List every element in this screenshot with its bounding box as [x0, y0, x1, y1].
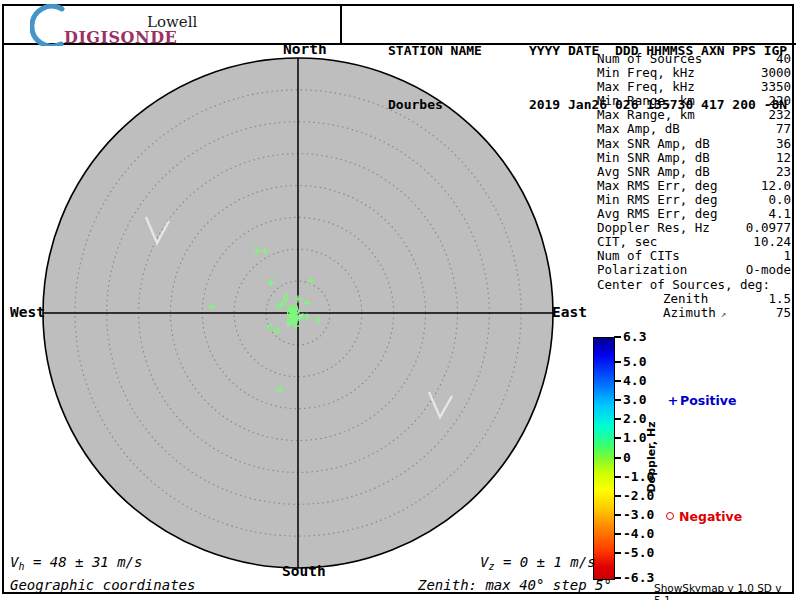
- stat-label: Max Range, km: [597, 108, 695, 122]
- colorbar-tick: [614, 437, 621, 439]
- colorbar-tick-label: 0: [623, 450, 631, 465]
- legend-negative-label: Negative: [679, 509, 742, 524]
- vz-value: = 0 ± 1 m/s: [494, 554, 595, 570]
- stat-value: 12.0: [761, 179, 791, 193]
- stat-row: Min Range, km220: [597, 94, 791, 108]
- stat-value: 12: [776, 151, 791, 165]
- plus-marker-icon: +: [666, 393, 680, 408]
- stat-label: CIT, sec: [597, 235, 657, 249]
- version-label: ShowSkymap v 1.0 SD v 5.1: [654, 582, 800, 600]
- stat-value: 0.0977: [746, 221, 791, 235]
- colorbar-tick: [614, 457, 621, 459]
- stat-value: 0.0: [768, 193, 791, 207]
- logo-divider: [340, 4, 342, 43]
- colorbar-tick-label: -3.0: [623, 507, 654, 522]
- stat-value: 3350: [761, 80, 791, 94]
- colorbar-tick: [614, 418, 621, 420]
- colorbar-tick-label: -1.0: [623, 469, 654, 484]
- stat-row: Doppler Res, Hz0.0977: [597, 221, 791, 235]
- stat-label: Max SNR Amp, dB: [597, 137, 710, 151]
- logo-text-digisonde: DIGISONDE: [64, 28, 177, 47]
- stat-value: 10.24: [753, 235, 791, 249]
- colorbar-tick: [614, 380, 621, 382]
- stat-row: Avg SNR Amp, dB23: [597, 165, 791, 179]
- colorbar-tick-label: 5.0: [623, 354, 646, 369]
- stat-value: 232: [768, 108, 791, 122]
- circle-marker-icon: [666, 512, 674, 520]
- stat-value: 40: [776, 52, 791, 66]
- stat-row: Min Freq, kHz3000: [597, 66, 791, 80]
- compass-north-label: North: [283, 41, 327, 57]
- vh-value: = 48 ± 31 m/s: [24, 554, 142, 570]
- stat-row: Azimuth↗75: [597, 306, 791, 321]
- colorbar-tick-label: 1.0: [623, 430, 646, 445]
- stat-value: 75: [776, 306, 791, 321]
- stat-value: 4.1: [768, 207, 791, 221]
- compass-west-label: West: [10, 304, 45, 320]
- stat-label: Avg SNR Amp, dB: [597, 165, 710, 179]
- stat-label: Center of Sources, deg:: [597, 278, 770, 292]
- azimuth-direction-icon: ↗: [721, 309, 726, 319]
- legend-positive-label: Positive: [680, 393, 736, 408]
- stat-label: Min Range, km: [597, 94, 695, 108]
- coordinate-system-label: Geographic coordinates: [10, 577, 195, 593]
- colorbar-tick-label: -5.0: [623, 545, 654, 560]
- colorbar-tick-label: -2.0: [623, 488, 654, 503]
- colorbar-tick: [614, 552, 621, 554]
- colorbar-tick-label: 4.0: [623, 373, 646, 388]
- stat-value: 36: [776, 137, 791, 151]
- stat-label: Azimuth↗: [663, 306, 726, 321]
- colorbar-tick: [614, 514, 621, 516]
- stats-panel: Num of Sources40Min Freq, kHz3000Max Fre…: [597, 52, 791, 321]
- stat-value: O-mode: [746, 263, 791, 277]
- stat-row: Avg RMS Err, deg4.1: [597, 207, 791, 221]
- stat-label: Min Freq, kHz: [597, 66, 695, 80]
- doppler-colorbar: [593, 337, 615, 580]
- stat-row: Num of Sources40: [597, 52, 791, 66]
- stat-value: 3000: [761, 66, 791, 80]
- stat-label: Max Freq, kHz: [597, 80, 695, 94]
- compass-east-label: East: [552, 304, 587, 320]
- stat-label: Num of CITs: [597, 249, 680, 263]
- stat-label: Polarization: [597, 263, 687, 277]
- colorbar-tick-label: -6.3: [623, 570, 654, 585]
- legend-negative: Negative: [666, 509, 742, 524]
- colorbar-tick: [614, 336, 621, 338]
- colorbar-tick-label: 6.3: [623, 329, 646, 344]
- stat-value: 23: [776, 165, 791, 179]
- stat-row: Zenith1.5: [597, 292, 791, 306]
- stat-row: Num of CITs1: [597, 249, 791, 263]
- stat-label: Zenith: [663, 292, 708, 306]
- stat-row: Max SNR Amp, dB36: [597, 137, 791, 151]
- colorbar-tick: [614, 399, 621, 401]
- stat-row: Min RMS Err, deg0.0: [597, 193, 791, 207]
- stat-row: Max Freq, kHz3350: [597, 80, 791, 94]
- colorbar-tick-label: 3.0: [623, 392, 646, 407]
- stat-row: Min SNR Amp, dB12: [597, 151, 791, 165]
- stat-row: Max RMS Err, deg12.0: [597, 179, 791, 193]
- stat-value: 77: [776, 122, 791, 136]
- colorbar-tick: [614, 476, 621, 478]
- stat-label: Doppler Res, Hz: [597, 221, 710, 235]
- stat-row: CIT, sec10.24: [597, 235, 791, 249]
- zenith-scale-label: Zenith: max 40° step 5°: [418, 577, 612, 593]
- vertical-velocity-readout: Vz = 0 ± 1 m/s: [480, 554, 596, 572]
- stat-label: Min SNR Amp, dB: [597, 151, 710, 165]
- stat-value: 1.5: [768, 292, 791, 306]
- colorbar-tick-label: 2.0: [623, 411, 646, 426]
- stat-row: Max Range, km232: [597, 108, 791, 122]
- stat-value: 1: [783, 249, 791, 263]
- colorbar-tick-label: -4.0: [623, 526, 654, 541]
- stat-label: Avg RMS Err, deg: [597, 207, 717, 221]
- stat-label: Max Amp, dB: [597, 122, 680, 136]
- stat-label: Min RMS Err, deg: [597, 193, 717, 207]
- stat-row: Max Amp, dB77: [597, 122, 791, 136]
- compass-south-label: South: [282, 563, 326, 579]
- stat-label: Max RMS Err, deg: [597, 179, 717, 193]
- colorbar-tick: [614, 495, 621, 497]
- colorbar-tick: [614, 361, 621, 363]
- legend-positive: +Positive: [666, 393, 736, 408]
- stat-label: Num of Sources: [597, 52, 702, 66]
- lowell-digisonde-logo: Lowell DIGISONDE: [30, 4, 240, 46]
- colorbar-tick: [614, 577, 621, 579]
